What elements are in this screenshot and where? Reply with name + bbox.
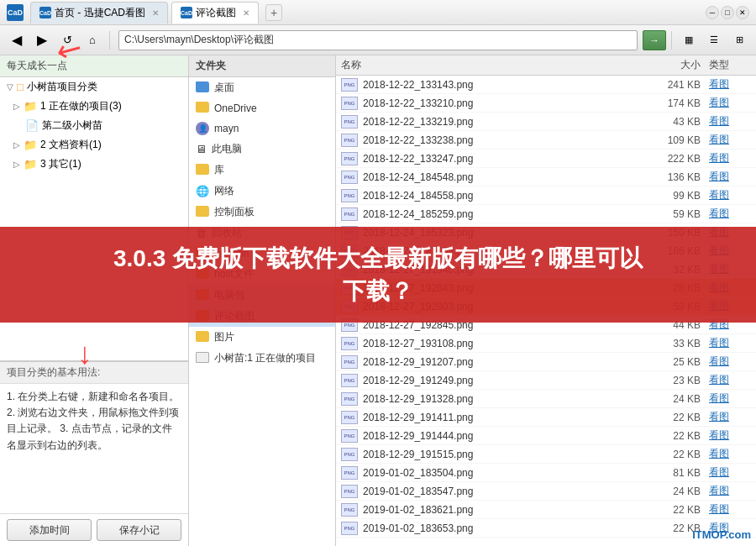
tab-comment-close[interactable]: ✕ (243, 8, 249, 18)
file-type[interactable]: 看图 (709, 336, 751, 350)
file-type[interactable]: 看图 (709, 373, 751, 387)
close-button[interactable]: ✕ (736, 6, 749, 19)
view-btn1[interactable]: ▦ (677, 29, 701, 52)
tree-item-2[interactable]: ▷ 📁 2 文档资料(1) (0, 135, 188, 155)
address-bar[interactable]: C:\Users\mayn\Desktop\评论截图 (118, 30, 638, 50)
file-row[interactable]: PNG 2018-12-22_133210.png 174 KB 看图 (336, 94, 756, 113)
folder-item[interactable]: 库 (189, 160, 335, 181)
minimize-button[interactable]: ─ (706, 6, 719, 19)
file-row[interactable]: PNG 2018-12-22_133238.png 109 KB 看图 (336, 131, 756, 150)
file-row[interactable]: PNG 2019-01-02_183621.png 22 KB 看图 (336, 501, 756, 519)
file-type[interactable]: 看图 (709, 207, 751, 221)
file-row[interactable]: PNG 2018-12-29_191328.png 24 KB 看图 (336, 390, 756, 408)
file-row[interactable]: PNG 2018-12-29_191444.png 22 KB 看图 (336, 427, 756, 445)
note-content: 1. 在分类上右键，新建和命名各项目。 2. 浏览右边文件夹，用鼠标拖文件到项目… (0, 384, 188, 513)
forward-button[interactable]: ▶ (30, 29, 54, 52)
file-row[interactable]: PNG 2018-12-27_193108.png 33 KB 看图 (336, 334, 756, 353)
file-thumbnail: PNG (341, 466, 358, 480)
file-row[interactable]: PNG 2018-12-29_191411.png 22 KB 看图 (336, 408, 756, 427)
address-text: C:\Users\mayn\Desktop\评论截图 (124, 33, 274, 47)
tab-home[interactable]: CaD 首页 - 迅捷CAD看图 ✕ (30, 2, 168, 24)
file-type[interactable]: 看图 (709, 391, 751, 406)
file-type[interactable]: 看图 (709, 447, 751, 461)
view-btn3[interactable]: ⊞ (727, 29, 751, 52)
folder-item[interactable]: 桌面 (189, 77, 335, 98)
tree-item-1-1[interactable]: 📄 第二级小树苗 (0, 116, 188, 135)
file-row[interactable]: PNG 2018-12-29_191515.png 22 KB 看图 (336, 445, 756, 464)
file-type[interactable]: 看图 (709, 484, 751, 498)
file-thumbnail: PNG (341, 78, 358, 92)
file-row[interactable]: PNG 2018-12-24_185259.png 59 KB 看图 (336, 205, 756, 223)
file-row[interactable]: PNG 2018-12-29_191207.png 25 KB 看图 (336, 353, 756, 371)
file-type[interactable]: 看图 (709, 114, 751, 129)
folder-label: 桌面 (214, 81, 234, 95)
folder-item[interactable]: 👤mayn (189, 118, 335, 139)
folder-item[interactable]: OneDrive (189, 98, 335, 118)
file-size: 222 KB (650, 153, 709, 165)
file-thumbnail: PNG (341, 503, 358, 517)
file-size: 33 KB (650, 338, 709, 349)
file-type[interactable]: 看图 (709, 428, 751, 443)
file-type[interactable]: 看图 (709, 188, 751, 202)
folder-item[interactable]: 小树苗:1 正在做的项目 (189, 348, 335, 369)
file-name: 2018-12-22_133247.png (363, 153, 650, 165)
add-time-button[interactable]: 添加时间 (7, 519, 92, 541)
file-thumbnail: PNG (341, 152, 358, 165)
file-size: 24 KB (650, 393, 709, 405)
file-row[interactable]: PNG 2018-12-22_133143.png 241 KB 看图 (336, 76, 756, 94)
file-size: 99 KB (650, 190, 709, 202)
overlay-line2: 下载？ (343, 278, 413, 304)
folder-item[interactable]: 🖥此电脑 (189, 139, 335, 160)
watermark: ITMOP.com (692, 528, 751, 541)
folder-item[interactable]: 图片 (189, 327, 335, 348)
back-button[interactable]: ◀ (5, 29, 29, 52)
tab-home-close[interactable]: ✕ (152, 8, 159, 18)
file-type[interactable]: 看图 (709, 354, 751, 369)
file-row[interactable]: PNG 2018-12-22_133219.png 43 KB 看图 (336, 113, 756, 131)
file-type[interactable]: 看图 (709, 133, 751, 147)
file-size: 109 KB (650, 134, 709, 146)
file-row[interactable]: PNG 2018-12-22_133247.png 222 KB 看图 (336, 150, 756, 168)
folder-item[interactable]: 控制面板 (189, 202, 335, 223)
folder-label: 小树苗:1 正在做的项目 (214, 351, 316, 365)
file-name: 2019-01-02_183621.png (363, 504, 650, 516)
tree-root[interactable]: ▽ □ 小树苗项目分类 (0, 77, 188, 97)
maximize-button[interactable]: □ (721, 6, 734, 19)
file-type[interactable]: 看图 (709, 170, 751, 184)
overlay-banner: 3.0.3 免费版下载软件大全最新版有哪些？哪里可以 下载？ (0, 227, 756, 323)
tree-item-3[interactable]: ▷ 📁 3 其它(1) (0, 155, 188, 174)
file-row[interactable]: PNG 2018-12-24_184558.png 99 KB 看图 (336, 186, 756, 205)
tree-folder-1-1: 📄 (25, 119, 39, 132)
file-size: 241 KB (650, 79, 709, 91)
file-type[interactable]: 看图 (709, 77, 751, 92)
file-row[interactable]: PNG 2019-01-02_183504.png 81 KB 看图 (336, 464, 756, 482)
file-row[interactable]: PNG 2018-12-29_191249.png 23 KB 看图 (336, 371, 756, 390)
save-note-button[interactable]: 保存小记 (97, 519, 181, 541)
file-type[interactable]: 看图 (709, 410, 751, 424)
file-thumbnail: PNG (341, 134, 358, 147)
app-logo: CaD (7, 4, 24, 21)
tree-label-2: 2 文档资料(1) (40, 138, 102, 152)
tree-item-1[interactable]: ▷ 📁 1 正在做的项目(3) (0, 97, 188, 116)
file-row[interactable]: PNG 2018-12-24_184548.png 136 KB 看图 (336, 168, 756, 186)
file-name: 2018-12-29_191328.png (363, 393, 650, 405)
tab-comment[interactable]: CaD 评论截图 ✕ (171, 2, 259, 24)
file-thumbnail: PNG (341, 392, 358, 406)
go-button[interactable]: → (643, 30, 666, 50)
file-type[interactable]: 看图 (709, 151, 751, 165)
file-type[interactable]: 看图 (709, 502, 751, 517)
note-buttons: 添加时间 保存小记 (0, 513, 188, 546)
file-type[interactable]: 看图 (709, 96, 751, 110)
new-tab-button[interactable]: + (265, 4, 282, 21)
folder-item[interactable]: 🌐网络 (189, 181, 335, 202)
file-type[interactable]: 看图 (709, 465, 751, 480)
tree-arrow-root: ▽ (7, 82, 13, 92)
tree-folder-2: 📁 (24, 139, 37, 151)
view-btn2[interactable]: ☰ (702, 29, 726, 52)
tab-comment-label: 评论截图 (196, 6, 236, 20)
file-row[interactable]: PNG 2019-01-02_183547.png 24 KB 看图 (336, 482, 756, 501)
file-name: 2018-12-29_191411.png (363, 412, 650, 423)
tree-folder-1: 📁 (24, 100, 37, 113)
file-name: 2018-12-24_184548.png (363, 171, 650, 183)
tree-root-label: 小树苗项目分类 (27, 80, 97, 94)
